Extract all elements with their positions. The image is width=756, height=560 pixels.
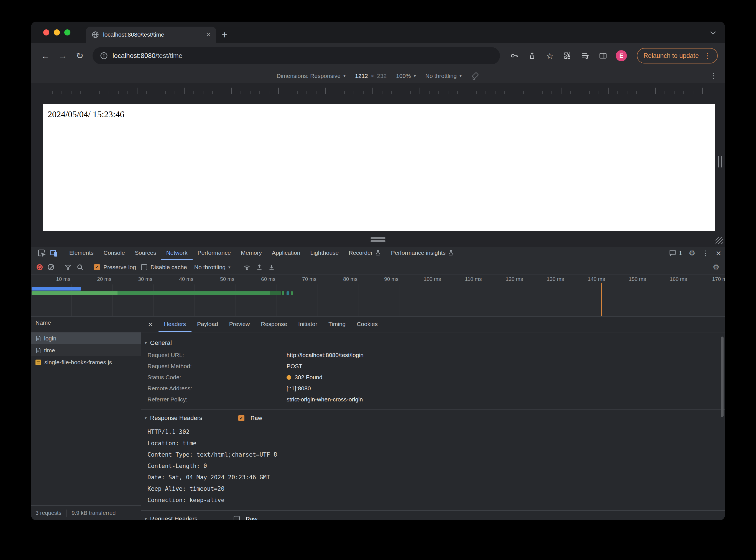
- tab-close-icon[interactable]: ×: [206, 31, 211, 39]
- page-viewport[interactable]: 2024/05/04/ 15:23:46: [43, 104, 715, 231]
- header-label: Request Method:: [147, 363, 287, 369]
- viewport-height-input[interactable]: 232: [377, 73, 387, 79]
- detail-tab-cookies[interactable]: Cookies: [351, 317, 383, 332]
- checkbox-checked-icon[interactable]: ✓: [94, 264, 100, 270]
- detail-tab-payload[interactable]: Payload: [191, 317, 224, 332]
- raw-line: Date: Sat, 04 May 2024 20:23:46 GMT: [147, 472, 725, 483]
- tab-sources[interactable]: Sources: [130, 246, 161, 260]
- response-headers-section-header[interactable]: ▾ Response Headers ✓ Raw: [141, 412, 725, 425]
- maximize-window-button[interactable]: [64, 29, 70, 36]
- expander-icon[interactable]: ▾: [145, 340, 147, 345]
- network-throttling-select[interactable]: No throttling ▾: [194, 264, 230, 271]
- request-row-time[interactable]: time: [31, 344, 141, 356]
- minimize-window-button[interactable]: [54, 29, 60, 36]
- request-row-login[interactable]: login: [31, 333, 141, 344]
- media-controls-icon[interactable]: [580, 51, 590, 61]
- relaunch-menu-icon[interactable]: ⋮: [704, 52, 711, 60]
- tab-search-chevron-icon[interactable]: [710, 29, 716, 35]
- request-row-script[interactable]: single-file-hooks-frames.js: [31, 356, 141, 368]
- detail-tab-timing[interactable]: Timing: [323, 317, 351, 332]
- throttling-select[interactable]: No throttling ▾: [425, 73, 462, 79]
- request-list-panel: Name login time: [31, 317, 141, 520]
- raw-checkbox[interactable]: [233, 516, 240, 520]
- search-icon[interactable]: [77, 264, 84, 271]
- export-har-icon[interactable]: [268, 264, 275, 271]
- time-label: 130 ms: [542, 276, 569, 282]
- tab-lighthouse[interactable]: Lighthouse: [305, 246, 344, 260]
- expander-icon[interactable]: ▾: [145, 517, 147, 520]
- request-name: time: [44, 347, 55, 354]
- browser-tab[interactable]: localhost:8080/test/time ×: [86, 27, 216, 43]
- request-list-name-header[interactable]: Name: [31, 317, 141, 329]
- detail-close-icon[interactable]: ×: [148, 320, 153, 328]
- new-tab-button[interactable]: +: [222, 30, 227, 40]
- general-section-header[interactable]: ▾ General: [141, 336, 725, 349]
- detail-tab-headers[interactable]: Headers: [159, 317, 191, 332]
- record-network-log-button[interactable]: [37, 264, 43, 270]
- header-label: Status Code:: [147, 374, 287, 381]
- zoom-select[interactable]: 100% ▾: [396, 73, 416, 79]
- network-settings-icon[interactable]: ⚙: [713, 263, 719, 272]
- devtools-tab-bar: Elements Console Sources Network Perform…: [31, 246, 725, 260]
- tab-console[interactable]: Console: [99, 246, 130, 260]
- viewport-corner-resize-handle[interactable]: [716, 237, 723, 244]
- transferred-size: 9.9 kB transferred: [71, 510, 116, 516]
- devtools-close-icon[interactable]: ×: [716, 249, 721, 258]
- clear-network-log-button[interactable]: [48, 264, 54, 270]
- extensions-icon[interactable]: [563, 51, 573, 61]
- disable-cache-label: Disable cache: [150, 264, 187, 271]
- request-headers-section-header[interactable]: ▾ Request Headers Raw: [141, 512, 725, 520]
- tab-performance[interactable]: Performance: [192, 246, 236, 260]
- header-value: POST: [287, 363, 302, 369]
- devtools-menu-icon[interactable]: ⋮: [702, 249, 709, 258]
- network-conditions-icon[interactable]: [243, 263, 251, 271]
- raw-checkbox[interactable]: ✓: [238, 415, 244, 421]
- inspect-element-icon[interactable]: [36, 246, 48, 260]
- divider: [66, 509, 66, 517]
- back-button[interactable]: ←: [38, 51, 53, 61]
- devtools-settings-icon[interactable]: ⚙: [689, 249, 695, 258]
- detail-tab-preview[interactable]: Preview: [224, 317, 256, 332]
- tab-recorder[interactable]: Recorder: [344, 246, 386, 260]
- issues-badge[interactable]: 1: [669, 249, 682, 257]
- share-icon[interactable]: [527, 51, 537, 61]
- zoom-value: 100%: [396, 73, 411, 79]
- expander-icon[interactable]: ▾: [145, 416, 147, 421]
- site-info-icon[interactable]: [100, 52, 108, 60]
- header-label: Remote Address:: [147, 385, 287, 392]
- forward-button[interactable]: →: [56, 51, 70, 61]
- disable-cache-checkbox[interactable]: Disable cache: [141, 264, 187, 271]
- side-panel-icon[interactable]: [598, 51, 608, 61]
- detail-tab-response[interactable]: Response: [256, 317, 293, 332]
- device-toolbar-toggle-icon[interactable]: [48, 246, 60, 260]
- header-label: Referrer Policy:: [147, 396, 287, 403]
- tab-network[interactable]: Network: [161, 246, 192, 260]
- viewport-width-resize-handle[interactable]: [718, 156, 722, 167]
- section-divider: [141, 409, 725, 410]
- rotate-viewport-icon[interactable]: [471, 72, 479, 80]
- viewport-height-resize-handle[interactable]: [370, 237, 386, 242]
- detail-tab-initiator[interactable]: Initiator: [293, 317, 323, 332]
- device-toolbar-menu-icon[interactable]: ⋮: [710, 72, 717, 80]
- tab-memory[interactable]: Memory: [236, 246, 267, 260]
- relaunch-update-button[interactable]: Relaunch to update ⋮: [637, 48, 718, 63]
- bookmark-star-icon[interactable]: ☆: [545, 51, 555, 61]
- devtools-panel: Elements Console Sources Network Perform…: [31, 246, 725, 520]
- tab-elements[interactable]: Elements: [64, 246, 99, 260]
- dimensions-select[interactable]: Dimensions: Responsive ▾: [277, 73, 346, 79]
- detail-scrollbar-thumb[interactable]: [721, 337, 723, 417]
- url-path: /test/time: [156, 52, 182, 59]
- filter-icon[interactable]: [64, 264, 71, 271]
- password-key-icon[interactable]: [509, 51, 519, 61]
- viewport-width-input[interactable]: 1212: [355, 73, 368, 79]
- address-bar[interactable]: localhost:8080/test/time: [93, 47, 500, 64]
- close-window-button[interactable]: [43, 29, 49, 36]
- profile-avatar[interactable]: E: [616, 50, 627, 61]
- tab-performance-insights[interactable]: Performance insights: [386, 246, 459, 260]
- tab-application[interactable]: Application: [267, 246, 305, 260]
- preserve-log-checkbox[interactable]: ✓ Preserve log: [94, 264, 136, 271]
- checkbox-unchecked-icon[interactable]: [141, 264, 147, 270]
- reload-button[interactable]: ↻: [73, 51, 87, 61]
- network-overview-timeline[interactable]: 10 ms 20 ms 30 ms 40 ms 50 ms 60 ms 70 m…: [31, 275, 725, 317]
- import-har-icon[interactable]: [256, 264, 263, 271]
